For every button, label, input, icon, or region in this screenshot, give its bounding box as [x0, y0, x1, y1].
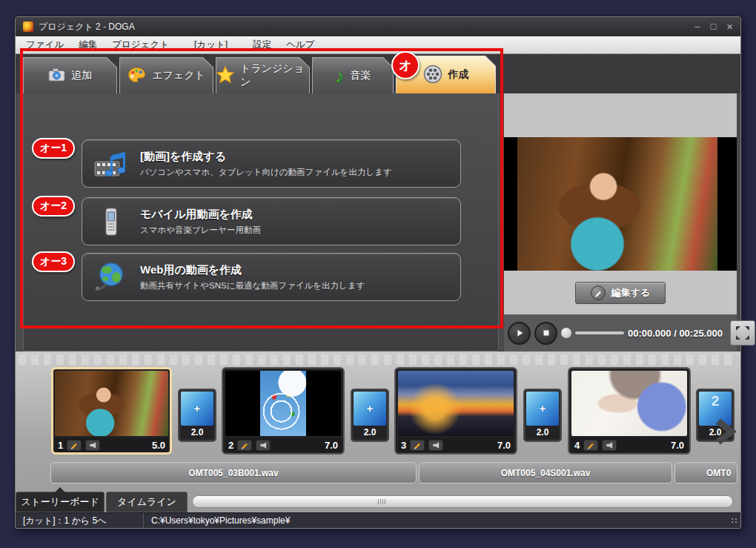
filmstrip-decoration — [19, 354, 736, 365]
window-title: プロジェクト 2 - DOGA — [39, 21, 135, 33]
clip-thumb-woman-headphones — [571, 371, 687, 436]
resize-grip[interactable] — [732, 518, 737, 523]
tab-music-label: 音楽 — [350, 69, 371, 82]
tab-effect-label: エフェクト — [152, 69, 205, 82]
menu-cut[interactable]: [カット] — [187, 39, 235, 51]
clip-number: 4 — [574, 440, 580, 451]
close-button[interactable]: × — [726, 22, 733, 32]
time-display: 00:00.000 / 00:25.000 — [628, 328, 723, 339]
clip-thumb-city-sunset — [398, 371, 514, 436]
preview-panel: 編集する 00:00.000 / 00:25.000 — [504, 93, 737, 351]
annotation-badge-2: オー2 — [32, 196, 75, 217]
mobile-phone-icon — [94, 207, 128, 237]
audio-clip-name: OMT005_04S001.wav — [501, 468, 591, 478]
audio-clip-2[interactable]: OMT005_04S001.wav — [419, 462, 672, 483]
create-video-title: [動画]を作成する — [140, 150, 392, 164]
clip-audio-button[interactable] — [602, 440, 617, 451]
transition-1[interactable]: + 2.0 — [178, 389, 216, 442]
storyboard-clip-1[interactable]: 1 5.0 — [51, 367, 172, 455]
audio-clip-3[interactable]: OMT0 — [674, 462, 737, 483]
tab-music[interactable]: ♪ 音楽 — [312, 57, 394, 93]
horizontal-scrollbar[interactable] — [192, 495, 733, 508]
annotation-circle: オ — [391, 51, 420, 79]
clip-edit-button[interactable] — [410, 440, 425, 451]
tab-add[interactable]: 追加 — [23, 57, 117, 93]
app-window: プロジェクト 2 - DOGA – □ × ファイル 編集 プロジェクト [カッ… — [15, 16, 741, 529]
preview-image — [504, 137, 737, 271]
app-logo-icon — [23, 22, 33, 32]
minimize-button[interactable]: – — [694, 22, 700, 32]
globe-icon — [94, 262, 128, 293]
clip-edit-button[interactable] — [583, 440, 598, 451]
clip-audio-button[interactable] — [428, 440, 443, 451]
annotation-circle-label: オ — [399, 57, 411, 74]
status-cut-info: [カット]：1 から 5へ — [16, 515, 143, 527]
clip-edit-button[interactable] — [237, 440, 252, 451]
play-button[interactable] — [508, 322, 531, 345]
scrollbar-grip[interactable] — [378, 499, 385, 504]
create-video-option[interactable]: [動画]を作成する パソコンやスマホ、タブレット向けの動画ファイルを出力します — [82, 139, 461, 188]
create-web-option[interactable]: Web用の動画を作成 動画共有サイトやSNSに最適な動画ファイルを出力します — [82, 253, 461, 301]
tab-transition[interactable]: トランジション — [216, 57, 310, 93]
maximize-button[interactable]: □ — [710, 22, 716, 32]
edit-button-label: 編集する — [611, 286, 651, 300]
scroll-right-chevron-icon[interactable] — [714, 418, 736, 448]
menu-settings[interactable]: 設定 — [245, 39, 279, 51]
menu-edit[interactable]: 編集 — [71, 39, 105, 51]
create-mobile-option[interactable]: モバイル用動画を作成 スマホや音楽プレーヤー用動画 — [82, 197, 461, 245]
audio-clip-name: OMT005_03B001.wav — [188, 468, 278, 478]
clip-duration: 7.0 — [671, 440, 684, 451]
playback-bar: 00:00.000 / 00:25.000 — [504, 314, 737, 351]
tab-add-label: 追加 — [71, 69, 92, 82]
clip-edit-button[interactable] — [67, 440, 82, 451]
music-note-icon: ♪ — [335, 68, 345, 83]
clip-duration: 7.0 — [497, 440, 511, 451]
tab-effect[interactable]: エフェクト — [119, 57, 213, 93]
transition-duration: 2.0 — [354, 426, 386, 439]
status-path: C:¥Users¥tokyo¥Pictures¥sample¥ — [144, 515, 290, 526]
tab-transition-label: トランジション — [240, 62, 309, 89]
transition-3[interactable]: + 2.0 — [523, 389, 562, 442]
clip-audio-button[interactable] — [85, 440, 100, 451]
clip-audio-button[interactable] — [256, 440, 271, 451]
camera-icon — [48, 67, 65, 84]
create-panel: [動画]を作成する パソコンやスマホ、タブレット向けの動画ファイルを出力します … — [23, 93, 499, 351]
transition-duration: 2.0 — [181, 426, 213, 439]
status-bar: [カット]：1 から 5へ C:¥Users¥tokyo¥Pictures¥sa… — [16, 512, 740, 528]
create-web-description: 動画共有サイトやSNSに最適な動画ファイルを出力します — [140, 280, 365, 291]
stop-button[interactable] — [534, 322, 557, 345]
fullscreen-button[interactable] — [730, 320, 755, 346]
audio-clip-1[interactable]: OMT005_03B001.wav — [50, 462, 417, 483]
clip-thumb-woman-in-tram — [55, 371, 168, 436]
seek-slider-track[interactable] — [575, 331, 624, 334]
storyboard-clip-3[interactable]: 3 7.0 — [394, 367, 517, 455]
storyboard-view-tab[interactable]: ストーリーボード — [16, 492, 105, 512]
menu-bar: ファイル 編集 プロジェクト [カット] 設定 ヘルプ — [16, 36, 740, 54]
clip-thumb-ferris-wheel — [260, 371, 306, 436]
storyboard-clip-2[interactable]: 2 7.0 — [222, 367, 345, 455]
transition-duration: 2.0 — [526, 426, 559, 439]
storyboard-clip-4[interactable]: 4 7.0 — [568, 367, 691, 455]
menu-file[interactable]: ファイル — [19, 39, 71, 51]
clip-number: 1 — [58, 440, 63, 451]
create-web-title: Web用の動画を作成 — [140, 263, 365, 277]
timeline-view-tab[interactable]: タイムライン — [106, 492, 188, 512]
create-mobile-description: スマホや音楽プレーヤー用動画 — [140, 225, 261, 236]
menu-project[interactable]: プロジェクト — [105, 39, 176, 51]
audio-clip-name: OMT0 — [706, 468, 731, 478]
transition-2[interactable]: + 2.0 — [351, 389, 389, 442]
transition-thumb: + — [181, 392, 213, 426]
transition-ghost-number: 2 — [699, 393, 732, 409]
edit-button[interactable]: 編集する — [575, 282, 666, 304]
menu-help[interactable]: ヘルプ — [279, 39, 322, 51]
clip-duration: 7.0 — [325, 440, 338, 451]
palette-icon — [127, 67, 146, 85]
preview-photo-woman-in-tram — [517, 137, 717, 271]
create-mobile-title: モバイル用動画を作成 — [140, 208, 261, 222]
create-video-description: パソコンやスマホ、タブレット向けの動画ファイルを出力します — [140, 167, 392, 178]
pencil-icon — [591, 285, 606, 300]
star-icon — [216, 66, 234, 86]
transition-thumb: + — [526, 392, 559, 426]
clip-number: 3 — [401, 440, 406, 451]
seek-slider-handle[interactable] — [561, 328, 571, 338]
